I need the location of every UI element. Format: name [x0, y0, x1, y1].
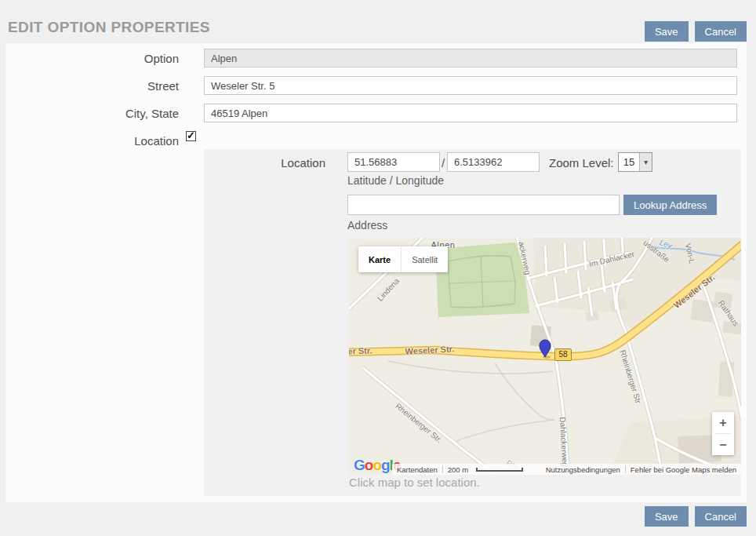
cancel-button[interactable]: Cancel: [695, 21, 747, 42]
map-attribution-bar: Kartendaten 200 m Nutzungsbedingungen Fe…: [392, 464, 741, 475]
map-zoom-control: + −: [712, 412, 734, 455]
map-type-satellit-button[interactable]: Satellit: [402, 246, 448, 272]
street-label-er-str: er Str.: [349, 345, 373, 356]
logo-letter: o: [373, 457, 381, 473]
map-type-control: Karte Satellit: [358, 246, 448, 272]
logo-letter: g: [381, 457, 390, 473]
terms-link[interactable]: Nutzungsbedingungen: [541, 465, 625, 474]
scale-bar: [476, 468, 523, 472]
footer-save-button[interactable]: Save: [645, 506, 689, 527]
checkmark-icon: ✓: [187, 129, 195, 141]
option-label: Option: [5, 52, 179, 65]
street-input[interactable]: [204, 76, 737, 95]
report-error-link[interactable]: Fehler bei Google Maps melden: [626, 465, 741, 474]
map-canvas: [349, 238, 741, 475]
latlng-helper: Latitude / Longitude: [347, 174, 444, 187]
route-badge-58: 58: [554, 348, 572, 361]
map-type-karte-button[interactable]: Karte: [358, 246, 401, 272]
address-helper: Address: [347, 219, 387, 232]
chevron-down-icon: ▾: [639, 153, 652, 171]
longitude-input[interactable]: [447, 152, 540, 172]
city-state-label: City, State: [5, 107, 179, 120]
logo-letter: G: [354, 457, 365, 473]
edit-form-panel: Option Street City, State Location ✓ Loc…: [5, 43, 747, 502]
latitude-input[interactable]: [347, 152, 440, 172]
scale-label: 200 m: [443, 465, 473, 474]
marker-shadow: [543, 356, 551, 359]
zoom-in-button[interactable]: +: [712, 412, 734, 433]
latlng-separator: /: [442, 156, 445, 170]
street-label: Street: [5, 79, 179, 93]
map-data-label: Kartendaten: [392, 465, 442, 474]
save-button[interactable]: Save: [645, 21, 689, 42]
inner-location-label: Location: [204, 156, 325, 170]
city-state-input[interactable]: [204, 104, 737, 122]
zoom-level-select[interactable]: 15 ▾: [618, 152, 652, 172]
map-hint-text: Click map to set location.: [349, 476, 480, 489]
zoom-level-value: 15: [619, 153, 639, 171]
logo-letter: o: [365, 457, 373, 473]
location-label: Location: [5, 134, 179, 148]
footer-cancel-button[interactable]: Cancel: [695, 506, 747, 527]
header-buttons: Save Cancel: [645, 21, 747, 42]
page-title: EDIT OPTION PROPERTIES: [8, 19, 210, 36]
address-input[interactable]: [347, 195, 620, 215]
zoom-level-label: Zoom Level:: [549, 156, 614, 170]
google-map[interactable]: Lindena Alpen ackerweg Im Dahlacker usst…: [349, 238, 741, 475]
location-section: Location / Zoom Level: 15 ▾ Latitude / L…: [204, 149, 741, 496]
edit-option-properties-page: EDIT OPTION PROPERTIES Save Cancel Optio…: [0, 0, 756, 536]
footer-buttons: Save Cancel: [645, 506, 747, 527]
option-input: [204, 49, 737, 67]
lookup-address-button[interactable]: Lookup Address: [623, 195, 717, 215]
zoom-out-button[interactable]: −: [712, 434, 734, 455]
location-checkbox[interactable]: ✓: [186, 131, 196, 141]
